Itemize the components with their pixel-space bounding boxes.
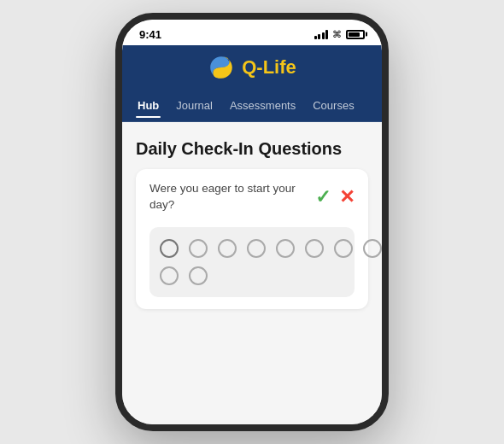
check-button[interactable]: ✓	[315, 186, 331, 208]
battery-icon	[346, 30, 365, 39]
radio-option-9[interactable]	[160, 266, 179, 285]
options-row-2	[160, 266, 344, 285]
svg-point-1	[219, 59, 224, 64]
options-container	[149, 227, 355, 297]
status-bar: 9:41 ⌘	[122, 20, 382, 45]
phone-frame: 9:41 ⌘	[115, 13, 389, 431]
radio-option-6[interactable]	[305, 239, 324, 258]
radio-option-10[interactable]	[189, 266, 208, 285]
nav-item-journal[interactable]: Journal	[167, 94, 221, 117]
radio-option-4[interactable]	[247, 239, 266, 258]
nav-item-courses[interactable]: Courses	[304, 94, 362, 117]
logo-container: Q-Life	[208, 54, 296, 81]
logo-icon	[208, 54, 235, 81]
radio-option-8[interactable]	[363, 239, 382, 258]
radio-option-2[interactable]	[189, 239, 208, 258]
question-card: Were you eager to start your day? ✓ ✕	[136, 169, 368, 309]
options-row-1	[160, 239, 344, 258]
radio-option-3[interactable]	[218, 239, 237, 258]
question-text: Were you eager to start your day?	[149, 181, 305, 213]
signal-icon	[314, 29, 329, 39]
status-icons: ⌘	[314, 29, 366, 40]
wifi-icon: ⌘	[332, 29, 342, 40]
section-title: Daily Check-In Questions	[136, 139, 368, 159]
app-header: Q-Life	[122, 45, 382, 90]
svg-point-2	[219, 70, 224, 75]
main-content: Daily Check-In Questions Were you eager …	[122, 122, 382, 424]
status-time: 9:41	[139, 28, 161, 41]
cross-button[interactable]: ✕	[339, 186, 355, 208]
logo-text: Q-Life	[242, 56, 296, 79]
answer-buttons: ✓ ✕	[315, 186, 355, 208]
nav-bar: Hub Journal Assessments Courses	[122, 90, 382, 122]
phone-inner: 9:41 ⌘	[122, 20, 382, 424]
nav-item-hub[interactable]: Hub	[129, 94, 167, 117]
radio-option-7[interactable]	[334, 239, 353, 258]
question-row: Were you eager to start your day? ✓ ✕	[149, 181, 355, 213]
nav-item-assessments[interactable]: Assessments	[221, 94, 304, 117]
radio-option-5[interactable]	[276, 239, 295, 258]
radio-option-1[interactable]	[160, 239, 179, 258]
